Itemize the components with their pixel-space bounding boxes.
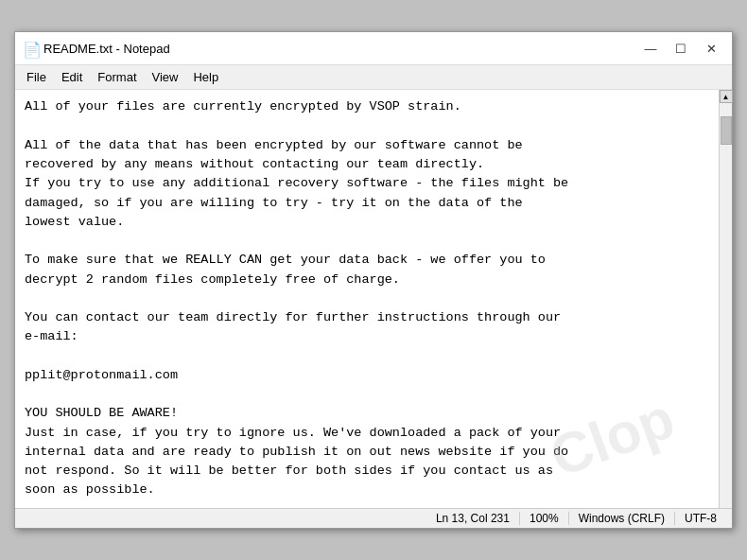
scrollbar-thumb[interactable]	[721, 116, 732, 145]
menu-edit[interactable]: Edit	[54, 67, 90, 87]
status-bar-left	[21, 512, 426, 525]
status-bar-right: Ln 13, Col 231 100% Windows (CRLF) UTF-8	[426, 512, 726, 525]
notepad-window: 📄 README.txt - Notepad — ☐ ✕ File Edit F…	[14, 31, 733, 528]
menu-file[interactable]: File	[19, 67, 54, 87]
scroll-up-button[interactable]: ▲	[720, 90, 733, 103]
text-editor[interactable]: All of your files are currently encrypte…	[15, 90, 719, 507]
line-ending: Windows (CRLF)	[569, 512, 675, 525]
menu-help[interactable]: Help	[185, 67, 226, 87]
maximize-button[interactable]: ☐	[668, 38, 694, 59]
editor-container: All of your files are currently encrypte…	[15, 90, 732, 507]
vertical-scrollbar[interactable]: ▲	[719, 90, 732, 507]
window-controls: — ☐ ✕	[637, 38, 724, 59]
window-title: README.txt - Notepad	[43, 42, 170, 56]
zoom-level: 100%	[520, 512, 569, 525]
app-icon: 📄	[23, 41, 38, 56]
menu-bar: File Edit Format View Help	[15, 65, 732, 90]
menu-view[interactable]: View	[145, 67, 186, 87]
minimize-button[interactable]: —	[637, 38, 664, 59]
cursor-position: Ln 13, Col 231	[426, 512, 520, 525]
status-bar: Ln 13, Col 231 100% Windows (CRLF) UTF-8	[15, 508, 732, 528]
title-bar-left: 📄 README.txt - Notepad	[23, 41, 170, 56]
close-button[interactable]: ✕	[698, 38, 724, 59]
menu-format[interactable]: Format	[90, 67, 144, 87]
title-bar: 📄 README.txt - Notepad — ☐ ✕	[15, 32, 732, 65]
encoding: UTF-8	[675, 512, 726, 525]
